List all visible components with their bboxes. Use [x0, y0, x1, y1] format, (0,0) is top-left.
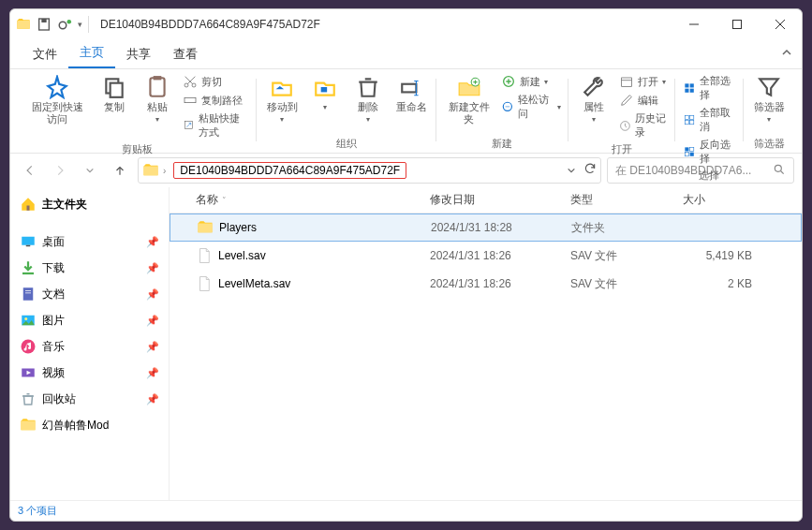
tab-file[interactable]: 文件	[22, 40, 68, 68]
group-label: 新建	[492, 135, 512, 153]
file-name: Level.sav	[218, 249, 266, 262]
sidebar-item[interactable]: 图片📌	[10, 307, 169, 333]
copy-to-icon	[313, 75, 337, 99]
address-dropdown-icon[interactable]	[567, 162, 576, 179]
select-all-button[interactable]: 全部选择	[681, 73, 738, 103]
minimize-button[interactable]	[672, 9, 716, 39]
status-bar: 3 个项目	[10, 500, 802, 521]
recent-dropdown[interactable]	[78, 158, 102, 183]
svg-rect-21	[621, 78, 631, 86]
sidebar-item[interactable]: 音乐📌	[10, 333, 169, 360]
column-headers: 名称 ˅ 修改日期 类型 大小	[170, 187, 802, 213]
paste-shortcut-button[interactable]: 粘贴快捷方式	[181, 110, 251, 140]
new-folder-button[interactable]: 新建文件夹	[442, 73, 495, 127]
svg-rect-34	[690, 153, 694, 156]
maximize-button[interactable]	[716, 9, 759, 39]
sidebar-item-home[interactable]: 主文件夹	[10, 191, 169, 217]
pin-icon: 📌	[146, 367, 159, 379]
qat-save-icon[interactable]	[37, 17, 52, 32]
recycle-icon	[20, 390, 37, 407]
select-none-icon	[683, 112, 696, 127]
file-row[interactable]: Level.sav 2024/1/31 18:26 SAV 文件 5,419 K…	[170, 242, 802, 270]
open-button[interactable]: 打开 ▾	[617, 73, 668, 90]
sidebar-item-label: 视频	[42, 365, 65, 381]
pin-to-quick-access-button[interactable]: 固定到快速访问	[23, 73, 91, 127]
up-button[interactable]	[108, 158, 132, 183]
svg-point-2	[59, 22, 66, 29]
easy-access-button[interactable]: 轻松访问 ▾	[499, 92, 563, 122]
invert-icon	[683, 144, 696, 159]
svg-rect-31	[685, 147, 688, 151]
invert-selection-button[interactable]: 反向选择	[681, 137, 738, 167]
move-to-button[interactable]: 移动到 ▾	[262, 73, 302, 126]
svg-rect-11	[154, 76, 162, 80]
group-label: 剪贴板	[122, 140, 153, 158]
svg-rect-24	[690, 83, 694, 87]
paste-button[interactable]: 粘贴 ▾	[138, 73, 177, 126]
back-button[interactable]	[18, 158, 42, 183]
copy-path-button[interactable]: 复制路径	[181, 92, 244, 109]
sidebar-item[interactable]: 桌面📌	[10, 228, 169, 255]
chevron-down-icon: ▾	[366, 115, 370, 125]
svg-rect-41	[25, 293, 31, 294]
sidebar-item[interactable]: 下载📌	[10, 255, 169, 281]
column-type[interactable]: 类型	[563, 192, 675, 208]
copy-to-button[interactable]: ▾	[305, 73, 345, 114]
pin-icon: 📌	[146, 262, 159, 274]
edit-button[interactable]: 编辑	[617, 92, 660, 109]
refresh-button[interactable]	[583, 162, 597, 179]
svg-rect-10	[151, 78, 165, 96]
sidebar-item[interactable]: 文档📌	[10, 281, 169, 307]
qat-dropdown-icon[interactable]: ▾	[78, 20, 82, 29]
history-button[interactable]: 历史记录	[617, 110, 670, 140]
close-button[interactable]	[759, 9, 802, 39]
chevron-down-icon: ▾	[767, 115, 771, 125]
column-size[interactable]: 大小	[675, 192, 760, 208]
delete-button[interactable]: 删除 ▾	[348, 73, 388, 126]
tabs-bar: 文件 主页 共享 查看	[10, 39, 802, 69]
rename-button[interactable]: 重命名	[391, 73, 431, 115]
chevron-down-icon: ▾	[557, 103, 561, 111]
collapse-ribbon-icon[interactable]	[781, 47, 792, 61]
file-size: 5,419 KB	[675, 249, 760, 262]
sidebar-item[interactable]: 幻兽帕鲁Mod	[10, 412, 169, 438]
tab-share[interactable]: 共享	[115, 40, 162, 68]
properties-button[interactable]: 属性 ▾	[574, 73, 613, 126]
file-content-area: 名称 ˅ 修改日期 类型 大小 Players 2024/1/31 18:28 …	[170, 187, 802, 500]
qat-properties-icon[interactable]	[57, 17, 74, 32]
address-path: DE1040B94BDDD7A664C89A9F475AD72F	[173, 162, 406, 179]
filter-button[interactable]: 筛选器 ▾	[749, 73, 789, 126]
copy-button[interactable]: 复制	[95, 73, 134, 115]
group-label: 筛选器	[754, 135, 785, 153]
svg-point-44	[22, 340, 36, 354]
tab-view[interactable]: 查看	[162, 40, 209, 68]
file-type: SAV 文件	[563, 248, 675, 264]
pencil-icon	[619, 93, 634, 108]
cut-button[interactable]: 剪切	[181, 73, 224, 90]
svg-rect-25	[685, 89, 688, 93]
move-icon	[270, 75, 294, 99]
column-name[interactable]: 名称 ˅	[188, 192, 422, 208]
chevron-right-icon[interactable]: ›	[163, 166, 166, 176]
svg-rect-38	[26, 245, 31, 247]
sidebar-item[interactable]: 回收站📌	[10, 386, 169, 412]
window-icon	[16, 17, 31, 32]
file-row[interactable]: LevelMeta.sav 2024/1/31 18:26 SAV 文件 2 K…	[170, 270, 802, 298]
svg-rect-26	[690, 89, 694, 93]
new-item-button[interactable]: 新建 ▾	[499, 73, 550, 90]
forward-button[interactable]	[48, 158, 72, 183]
picture-icon	[20, 312, 37, 329]
tab-home[interactable]: 主页	[68, 38, 115, 68]
svg-point-35	[775, 165, 781, 171]
address-box[interactable]: › DE1040B94BDDD7A664C89A9F475AD72F	[138, 157, 601, 184]
svg-rect-29	[685, 121, 688, 125]
select-none-button[interactable]: 全部取消	[681, 105, 738, 135]
download-icon	[20, 259, 37, 276]
sidebar-item[interactable]: 视频📌	[10, 360, 169, 386]
file-date: 2024/1/31 18:26	[422, 249, 563, 262]
column-date[interactable]: 修改日期	[422, 192, 563, 208]
sidebar-item-label: 桌面	[42, 234, 65, 250]
chevron-down-icon: ▾	[544, 78, 548, 86]
search-icon	[773, 163, 786, 179]
file-row[interactable]: Players 2024/1/31 18:28 文件夹	[170, 213, 802, 242]
